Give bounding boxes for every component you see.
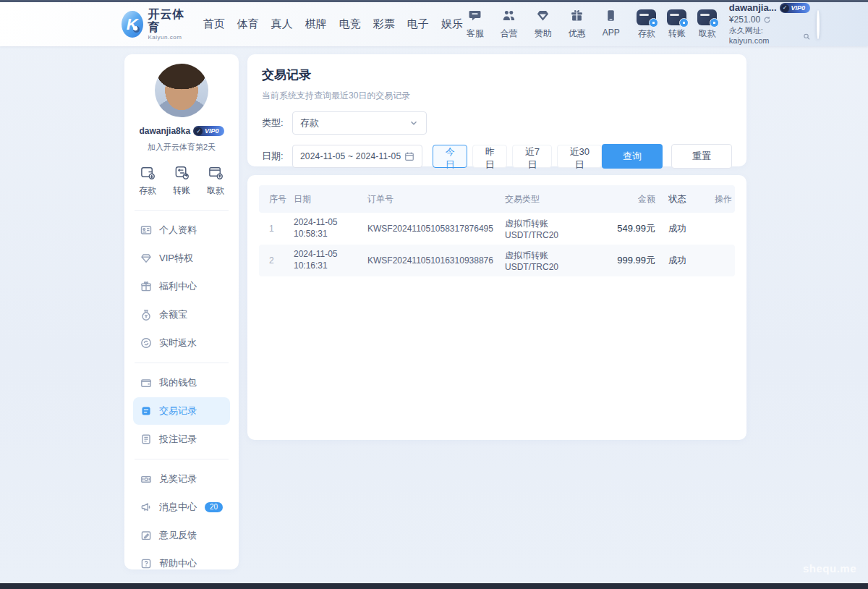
sidebar-item-label: 个人资料 <box>159 224 197 237</box>
balance-value: ¥251.00 <box>729 14 760 25</box>
rebate-icon <box>140 337 152 349</box>
range-30days-button[interactable]: 近30日 <box>557 145 602 168</box>
type-select-value: 存款 <box>300 116 409 130</box>
sidebar-deposit-button[interactable]: 存款 <box>139 164 156 197</box>
sidebar-item-label: 我的钱包 <box>159 376 197 389</box>
transfer-label: 转账 <box>668 27 686 40</box>
search-icon[interactable] <box>803 33 810 41</box>
withdraw-card-icon <box>697 9 717 25</box>
sidebar-item-benefits[interactable]: 福利中心 <box>133 273 230 300</box>
sidebar-item-label: 余额宝 <box>159 308 187 321</box>
cell-transaction-type: 虚拟币转账USDT/TRC20 <box>502 213 592 245</box>
col-header-order: 订单号 <box>365 193 502 205</box>
transactions-icon <box>140 405 152 417</box>
sidebar-item-transactions[interactable]: 交易记录 <box>133 397 230 425</box>
sidebar-item-feedback[interactable]: 意见反馈 <box>133 522 230 549</box>
sidebar-item-label: 交易记录 <box>159 404 197 418</box>
sidebar-item-vip[interactable]: VIP特权 <box>133 245 230 272</box>
bet-record-icon <box>140 433 152 445</box>
sidebar-item-prize-records[interactable]: 兑奖记录 <box>133 465 230 493</box>
page-subtitle: 当前系统支持查询最近30日的交易记录 <box>262 90 732 102</box>
query-button[interactable]: 查询 <box>602 144 663 169</box>
sidebar-item-rebate[interactable]: 实时返水 <box>133 329 230 357</box>
sidebar-withdraw-button[interactable]: 取款 <box>207 164 224 197</box>
sidebar-item-wallet[interactable]: 我的钱包 <box>133 369 230 397</box>
sidebar-item-bet-records[interactable]: 投注记录 <box>133 425 230 453</box>
brand-logo[interactable]: K 开云体育 Kaiyun.com <box>122 8 187 40</box>
sidebar-item-label: 实时返水 <box>159 336 197 349</box>
range-7days-button[interactable]: 近7日 <box>512 145 552 168</box>
partners-button[interactable]: 合营 <box>497 9 522 40</box>
header-quick-icons: 客服 合营 赞助 优惠 APP <box>463 9 624 40</box>
page-title: 交易记录 <box>262 67 732 83</box>
sidebar-item-label: 消息中心 <box>159 501 197 514</box>
col-header-type: 交易类型 <box>502 193 592 205</box>
vip-shield-icon: ✓ <box>195 127 203 135</box>
sidebar-item-label: 意见反馈 <box>159 529 197 542</box>
deposit-button[interactable]: 存款 <box>635 9 658 40</box>
col-header-status: 状态 <box>658 193 709 205</box>
nav-item-entertainment[interactable]: 娱乐 <box>441 17 463 31</box>
col-header-no: 序号 <box>259 193 291 205</box>
phone-icon <box>604 9 618 25</box>
cell-status: 成功 <box>658 250 709 271</box>
sponsor-button[interactable]: 赞助 <box>531 9 556 40</box>
sidebar-item-label: 福利中心 <box>159 280 197 293</box>
logo-brand-text: 开云体育 <box>148 8 187 33</box>
customer-service-button[interactable]: 客服 <box>463 9 488 40</box>
divider <box>135 210 229 211</box>
date-range-value: 2024-11-05 ~ 2024-11-05 <box>300 151 404 161</box>
permanent-url-label: 永久网址: kaiyun.com <box>729 26 801 46</box>
nav-item-esports[interactable]: 电竞 <box>339 17 361 31</box>
filter-panel: 交易记录 当前系统支持查询最近30日的交易记录 类型: 存款 日期: 2024-… <box>247 54 746 166</box>
sidebar-item-yuebao[interactable]: 余额宝 <box>133 301 230 329</box>
sidebar-item-label: VIP特权 <box>159 252 193 265</box>
nav-item-chess[interactable]: 棋牌 <box>305 17 327 31</box>
sidebar-item-help[interactable]: 帮助中心 <box>133 550 230 577</box>
reset-button[interactable]: 重置 <box>671 144 732 169</box>
sidebar-transfer-button[interactable]: 转账 <box>173 164 190 197</box>
header-wallet-icons: 存款 转账 取款 <box>635 9 719 40</box>
refresh-icon[interactable] <box>763 16 771 24</box>
top-header: K 开云体育 Kaiyun.com 首页 体育 真人 棋牌 电竞 彩票 电子 娱… <box>0 2 868 46</box>
sidebar-item-profile[interactable]: 个人资料 <box>133 216 230 244</box>
username-header[interactable]: dawanjia... <box>729 2 777 14</box>
gift-icon <box>570 9 584 25</box>
avatar[interactable] <box>817 10 820 39</box>
logo-mark-icon: K <box>122 11 143 38</box>
type-select[interactable]: 存款 <box>292 111 427 135</box>
nav-item-lottery[interactable]: 彩票 <box>373 17 395 31</box>
cell-action <box>709 256 735 265</box>
transactions-table: 序号 日期 订单号 交易类型 金额 状态 操作 1 2024-11-05 10:… <box>247 175 746 440</box>
vip-shield-icon: ✓ <box>781 4 789 12</box>
sponsor-label: 赞助 <box>535 27 552 40</box>
benefits-icon <box>140 281 152 292</box>
transfer-button[interactable]: 转账 <box>665 9 689 40</box>
joined-days-text: 加入开云体育第2天 <box>133 142 230 153</box>
promotions-button[interactable]: 优惠 <box>565 9 590 40</box>
sidebar-deposit-label: 存款 <box>139 185 156 197</box>
partners-icon <box>502 9 516 25</box>
deposit-icon <box>140 164 156 181</box>
range-today-button[interactable]: 今日 <box>433 145 467 168</box>
sidebar-item-label: 投注记录 <box>159 433 197 446</box>
feedback-icon <box>140 530 152 541</box>
divider <box>135 363 229 363</box>
partners-label: 合营 <box>501 27 518 40</box>
nav-item-live[interactable]: 真人 <box>271 17 293 31</box>
range-yesterday-button[interactable]: 昨日 <box>472 145 507 168</box>
date-range-input[interactable]: 2024-11-05 ~ 2024-11-05 <box>292 145 422 168</box>
cell-action <box>709 224 735 233</box>
nav-item-sports[interactable]: 体育 <box>237 17 259 31</box>
message-count-badge: 20 <box>205 502 223 512</box>
sidebar-item-messages[interactable]: 消息中心 20 <box>133 493 230 521</box>
vip-badge: ✓VIP0 <box>780 3 811 13</box>
cell-no: 2 <box>259 251 291 270</box>
nav-item-home[interactable]: 首页 <box>203 17 225 31</box>
table-header-row: 序号 日期 订单号 交易类型 金额 状态 操作 <box>259 185 735 213</box>
nav-item-slots[interactable]: 电子 <box>407 17 429 31</box>
type-filter-label: 类型: <box>262 116 292 130</box>
app-download-button[interactable]: APP <box>599 9 624 40</box>
withdraw-button[interactable]: 取款 <box>696 9 719 40</box>
promotions-label: 优惠 <box>569 27 586 40</box>
